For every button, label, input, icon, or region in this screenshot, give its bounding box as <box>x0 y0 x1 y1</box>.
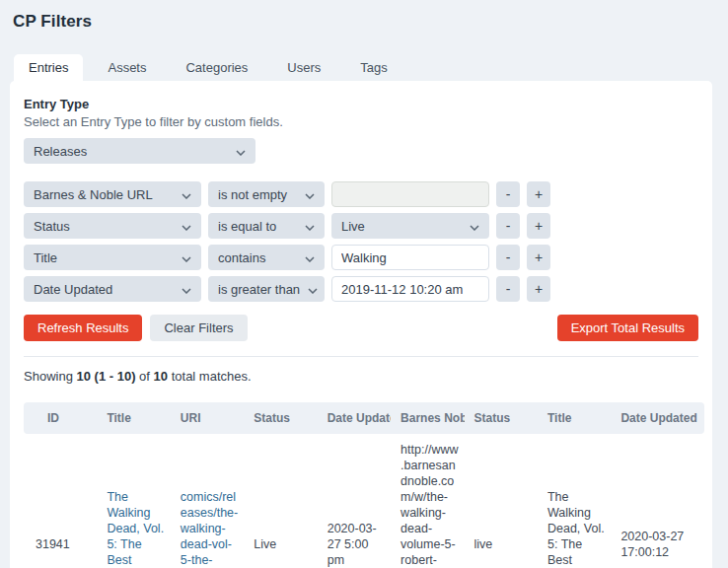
chevron-down-icon <box>462 219 479 234</box>
chevron-down-icon <box>174 187 191 202</box>
tab-entries[interactable]: Entries <box>14 54 83 81</box>
cell-status: Live <box>244 434 317 568</box>
entry-uri-link[interactable]: comics/releases/the-walking-dead-vol-5-t… <box>181 490 239 568</box>
cell-bn-status: live <box>465 434 538 568</box>
entry-type-label: Entry Type <box>24 97 698 111</box>
remove-filter-button[interactable]: - <box>496 181 520 207</box>
filter-row: Barnes & Noble URL is not empty - + <box>24 181 698 207</box>
tab-bar: Entries Assets Categories Users Tags <box>14 54 728 81</box>
summary-of: of <box>139 369 150 384</box>
column-header-id: ID <box>24 402 97 434</box>
column-header-barnes-noble-url: Barnes Noble URL <box>391 402 464 434</box>
filter-row: Status is equal to Live - + <box>24 213 698 239</box>
remove-filter-button[interactable]: - <box>496 276 520 302</box>
cell-bn-date-updated: 2020-03-27 17:00:12 <box>611 434 704 568</box>
filter-operator-select[interactable]: is greater than <box>208 276 325 302</box>
column-header-uri: URI <box>171 402 244 434</box>
filter-operator-value: is not empty <box>218 187 287 202</box>
filter-field-select[interactable]: Barnes & Noble URL <box>24 181 201 207</box>
column-header-bn-status: Status <box>465 402 538 434</box>
filter-operator-select[interactable]: is equal to <box>208 213 325 239</box>
column-header-bn-date-updated: Date Updated <box>611 402 704 434</box>
column-header-date-updated: Date Updated <box>318 402 391 434</box>
filter-row: Title contains - + <box>24 245 698 270</box>
cell-id: 31941 <box>24 434 97 568</box>
table-row: 31941 The Walking Dead, Vol. 5: The Best… <box>24 434 704 568</box>
chevron-down-icon <box>300 282 318 297</box>
results-table: ID Title URI Status Date Updated Barnes … <box>24 402 704 568</box>
add-filter-button[interactable]: + <box>527 181 550 207</box>
filter-field-select[interactable]: Status <box>24 213 201 239</box>
column-header-title: Title <box>97 402 170 434</box>
cell-date-updated: 2020-03-27 5:00 pm <box>318 434 391 568</box>
filter-field-value: Date Updated <box>34 282 112 297</box>
filter-value-input <box>331 181 489 207</box>
cell-uri: comics/releases/the-walking-dead-vol-5-t… <box>171 434 244 568</box>
filter-rows: Barnes & Noble URL is not empty - + Stat… <box>24 181 698 302</box>
entry-type-instructions: Select an Entry Type to filter by custom… <box>24 114 698 129</box>
cp-filters-page: CP Filters Entries Assets Categories Use… <box>0 0 728 568</box>
summary-suffix: total matches. <box>172 369 252 384</box>
chevron-down-icon <box>174 250 191 265</box>
actions-row: Refresh Results Clear Filters Export Tot… <box>24 315 698 341</box>
tab-assets[interactable]: Assets <box>93 54 161 81</box>
filter-operator-value: contains <box>218 250 265 265</box>
add-filter-button[interactable]: + <box>527 213 550 239</box>
filter-operator-value: is greater than <box>218 282 300 297</box>
filter-field-select[interactable]: Date Updated <box>24 276 201 302</box>
entry-type-select[interactable]: Releases <box>24 138 255 164</box>
filter-operator-select[interactable]: is not empty <box>208 181 325 207</box>
chevron-down-icon <box>297 250 315 265</box>
chevron-down-icon <box>228 144 246 159</box>
filter-value-input[interactable] <box>331 245 489 270</box>
content-panel: Entry Type Select an Entry Type to filte… <box>10 81 712 568</box>
page-title: CP Filters <box>0 0 728 32</box>
column-header-status: Status <box>244 402 317 434</box>
filter-operator-value: is equal to <box>218 219 276 234</box>
filter-value: Live <box>341 219 365 234</box>
tab-categories[interactable]: Categories <box>171 54 262 81</box>
tab-users[interactable]: Users <box>272 54 335 81</box>
entry-type-selected-value: Releases <box>34 144 87 159</box>
chevron-down-icon <box>174 282 191 297</box>
cell-barnes-noble-url: http://www.barnesandnoble.com/w/the-walk… <box>391 434 464 568</box>
tab-tags[interactable]: Tags <box>345 54 401 81</box>
chevron-down-icon <box>297 187 315 202</box>
divider <box>24 356 698 357</box>
clear-filters-button[interactable]: Clear Filters <box>150 315 247 341</box>
summary-prefix: Showing <box>24 369 73 384</box>
add-filter-button[interactable]: + <box>527 276 550 302</box>
filter-row: Date Updated is greater than - + <box>24 276 698 302</box>
results-summary: Showing 10 (1 - 10) of 10 total matches. <box>24 369 698 384</box>
remove-filter-button[interactable]: - <box>496 213 520 239</box>
summary-count: 10 (1 - 10) <box>77 369 136 384</box>
filter-field-select[interactable]: Title <box>24 245 201 270</box>
remove-filter-button[interactable]: - <box>496 245 520 270</box>
chevron-down-icon <box>174 219 191 234</box>
filter-field-value: Barnes & Noble URL <box>34 187 153 202</box>
add-filter-button[interactable]: + <box>527 245 550 270</box>
filter-value-select[interactable]: Live <box>331 213 489 239</box>
filter-operator-select[interactable]: contains <box>208 245 325 270</box>
table-header-row: ID Title URI Status Date Updated Barnes … <box>24 402 704 434</box>
filter-value-input[interactable] <box>331 276 489 302</box>
refresh-results-button[interactable]: Refresh Results <box>24 315 142 341</box>
summary-total: 10 <box>154 369 168 384</box>
filter-field-value: Status <box>34 219 70 234</box>
export-total-results-button[interactable]: Export Total Results <box>557 315 698 341</box>
cell-title: The Walking Dead, Vol. 5: The Best Defen… <box>97 434 170 568</box>
column-header-bn-title: Title <box>538 402 611 434</box>
cell-bn-title: The Walking Dead, Vol. 5: The Best Defen… <box>538 434 611 568</box>
filter-field-value: Title <box>34 250 57 265</box>
chevron-down-icon <box>297 219 315 234</box>
entry-title-link[interactable]: The Walking Dead, Vol. 5: The Best Defen… <box>107 490 164 568</box>
